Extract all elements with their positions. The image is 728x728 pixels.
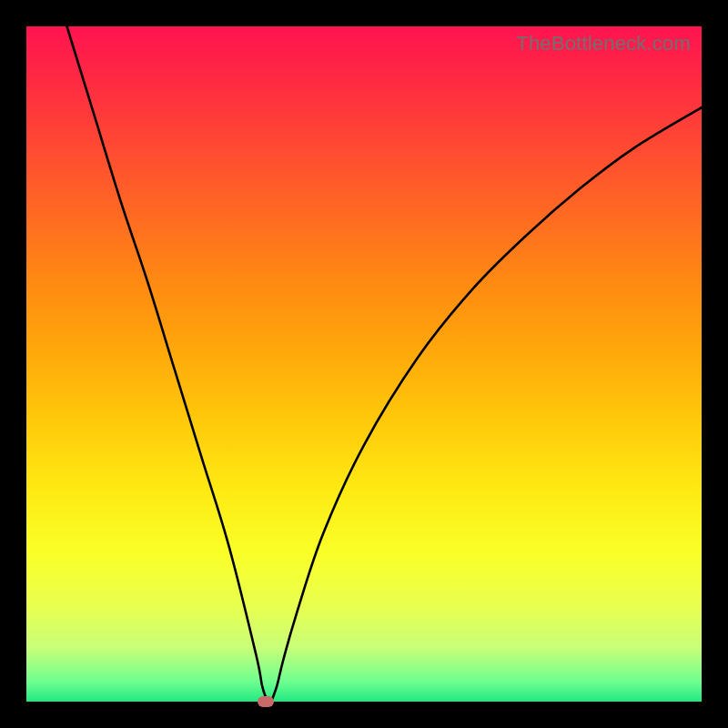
plot-area: TheBottleneck.com bbox=[26, 26, 702, 702]
bottleneck-curve bbox=[26, 26, 702, 702]
optimal-point-marker bbox=[258, 696, 274, 707]
chart-frame: TheBottleneck.com bbox=[0, 0, 728, 728]
